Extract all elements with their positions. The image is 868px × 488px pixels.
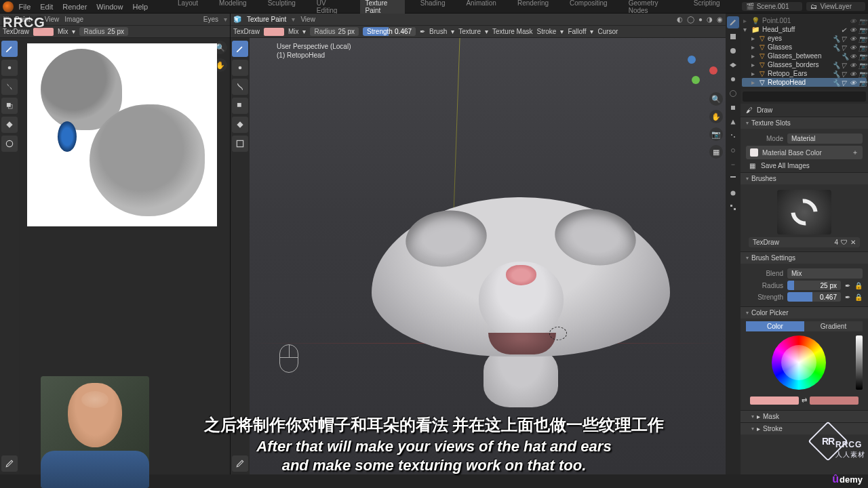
section-brush-settings[interactable]: Brush Settings — [741, 252, 868, 264]
brush-preview[interactable] — [777, 190, 831, 235]
prop-tab-particle-icon[interactable] — [727, 130, 739, 142]
toolmenu-texmask[interactable]: Texture Mask — [492, 28, 532, 35]
viewlayer-selector[interactable]: 🗂 ViewLayer — [806, 2, 865, 11]
search-input[interactable] — [743, 92, 866, 102]
vp-camera-icon[interactable]: 📷 — [709, 127, 723, 141]
radius-field-2d[interactable]: Radius25 px — [79, 27, 128, 36]
editor-type-3d-icon[interactable]: 🧊 — [233, 16, 241, 23]
viewport-3d-canvas[interactable]: User Perspective (Local) (1) RetopoHead — [250, 38, 726, 474]
tool3d-clone-icon[interactable] — [232, 98, 248, 114]
navigation-gizmo[interactable] — [684, 52, 717, 85]
menu-edit[interactable]: Edit — [40, 3, 53, 11]
mode-selector[interactable]: Texture Paint — [247, 16, 286, 23]
prop-tab-material-icon[interactable] — [727, 187, 739, 199]
tool-smear-icon[interactable] — [1, 79, 18, 95]
image-linked-object[interactable]: Eyes — [203, 16, 218, 23]
prop-tab-scene-icon[interactable] — [727, 73, 739, 85]
uv-select-icon[interactable]: ▦ — [746, 162, 758, 169]
prop-tab-physics-icon[interactable] — [727, 144, 739, 157]
strength-pressure-icon[interactable]: ✒ — [845, 293, 850, 301]
menu-help[interactable]: Help — [132, 3, 148, 11]
tool-draw-icon[interactable] — [1, 41, 18, 57]
tool-annotate-icon[interactable] — [1, 455, 18, 472]
brush-name-row[interactable]: TexDraw 4 🛡 ✕ — [749, 237, 860, 247]
vp-pan-icon[interactable]: ✋ — [709, 110, 723, 123]
tool-soften-icon[interactable] — [1, 60, 18, 76]
image-menu-view[interactable]: View — [45, 16, 60, 23]
fake-user-icon[interactable]: 🛡 — [841, 239, 848, 246]
outliner-item[interactable]: ▸▽eyes🔧▽👁📷 — [742, 34, 867, 43]
overlays-toggle-icon[interactable]: ◐ — [677, 16, 683, 23]
toolmenu-stroke[interactable]: Stroke — [536, 28, 556, 35]
tool-clone-icon[interactable] — [1, 98, 18, 114]
texslot-mode[interactable]: Material — [787, 134, 863, 144]
shading-matprev-icon[interactable]: ◑ — [707, 16, 713, 23]
scene-selector[interactable]: 🎬 Scene.001 — [742, 2, 803, 11]
tool3d-draw-icon[interactable] — [232, 41, 248, 57]
section-color-picker[interactable]: Color Picker — [741, 307, 868, 319]
prop-tab-object-icon[interactable] — [727, 102, 739, 114]
toolmenu-brush[interactable]: Brush — [429, 28, 447, 35]
strength-lock-icon[interactable]: 🔒 — [854, 293, 863, 301]
radius-lock-icon[interactable]: 🔒 — [854, 282, 863, 289]
primary-color-swatch[interactable] — [750, 396, 799, 405]
outliner-item-selected[interactable]: ▸▽RetopoHead🔧▽👁📷 — [742, 78, 867, 87]
section-texture-slots[interactable]: Texture Slots — [741, 117, 868, 129]
outliner-item[interactable]: ▾📁Head_stuff✔👁📷 — [742, 25, 867, 34]
value-slider[interactable] — [856, 336, 863, 390]
blend-mode-3d[interactable]: Mix — [288, 28, 299, 35]
color-tab-gradient[interactable]: Gradient — [804, 321, 863, 331]
blend-mode-2d[interactable]: Mix — [58, 28, 68, 35]
prop-tab-texture-icon[interactable] — [727, 201, 739, 214]
shading-wire-icon[interactable]: ◯ — [687, 16, 694, 23]
tool3d-mask-icon[interactable] — [232, 136, 248, 152]
prop-tab-render-icon[interactable] — [727, 30, 739, 43]
outliner-item[interactable]: ▸▽Glasses🔧▽👁📷 — [742, 43, 867, 52]
outliner-item[interactable]: ▸💡Point.001👁📷 — [742, 16, 867, 25]
section-brushes[interactable]: Brushes — [741, 173, 868, 184]
image-menu-image[interactable]: Image — [64, 16, 83, 23]
tool3d-annotate-icon[interactable] — [232, 455, 248, 472]
outliner-item[interactable]: ▸▽Glasses_between🔧👁📷 — [742, 52, 867, 60]
save-all-images-button[interactable]: Save All Images — [761, 162, 810, 169]
toolmenu-cursor[interactable]: Cursor — [597, 28, 618, 35]
tool-fill-icon[interactable] — [1, 117, 18, 133]
shading-solid-icon[interactable]: ● — [698, 16, 703, 23]
outliner-item[interactable]: ▸▽Retopo_Ears🔧▽👁📷 — [742, 69, 867, 78]
brush-color-3d[interactable] — [264, 28, 284, 36]
blend-dropdown[interactable]: Mix — [787, 268, 863, 279]
section-mask[interactable]: ▸ Mask — [741, 411, 868, 422]
swap-colors-icon[interactable]: ⇄ — [802, 396, 807, 405]
menu-window[interactable]: Window — [96, 3, 123, 11]
prop-tab-constraint-icon[interactable] — [727, 159, 739, 171]
tool3d-fill-icon[interactable] — [232, 117, 248, 133]
prop-tab-view-icon[interactable] — [727, 59, 739, 71]
tool3d-soften-icon[interactable] — [232, 60, 248, 76]
prop-tab-tool-icon[interactable] — [727, 16, 739, 28]
radius-slider[interactable]: 25 px — [787, 281, 841, 290]
prop-tab-modifier-icon[interactable] — [727, 116, 739, 128]
texture-slot-item[interactable]: Material Base Color＋ — [746, 146, 863, 159]
menu-render[interactable]: Render — [62, 3, 87, 11]
color-wheel[interactable] — [772, 336, 826, 390]
color-tab-color[interactable]: Color — [746, 321, 804, 331]
radius-pressure-icon[interactable]: ✒ — [845, 282, 850, 289]
prop-tab-data-icon[interactable] — [727, 173, 739, 185]
strength-slider-3d[interactable]: Strength0.467 — [363, 27, 416, 36]
prop-tab-world-icon[interactable] — [727, 87, 739, 100]
toolmenu-texture[interactable]: Texture — [458, 28, 481, 35]
outliner-item[interactable]: ▸▽Glasses_borders🔧▽👁📷 — [742, 60, 867, 69]
section-stroke[interactable]: ▸ Stroke — [741, 423, 868, 434]
shading-rendered-icon[interactable]: ◉ — [717, 16, 723, 23]
viewport-menu-view[interactable]: View — [300, 16, 315, 23]
toolmenu-falloff[interactable]: Falloff — [568, 28, 586, 35]
prop-tab-output-icon[interactable] — [727, 45, 739, 57]
brush-unlink-icon[interactable]: ✕ — [850, 239, 856, 246]
tool-mask-icon[interactable] — [1, 136, 18, 152]
strength-slider[interactable]: 0.467 — [787, 292, 841, 302]
tool3d-smear-icon[interactable] — [232, 79, 248, 95]
brush-name-3d[interactable]: TexDraw — [233, 28, 260, 35]
radius-field-3d[interactable]: Radius25 px — [310, 27, 359, 36]
menu-file[interactable]: File — [19, 3, 31, 11]
vp-zoom-icon[interactable]: 🔍 — [709, 92, 723, 106]
